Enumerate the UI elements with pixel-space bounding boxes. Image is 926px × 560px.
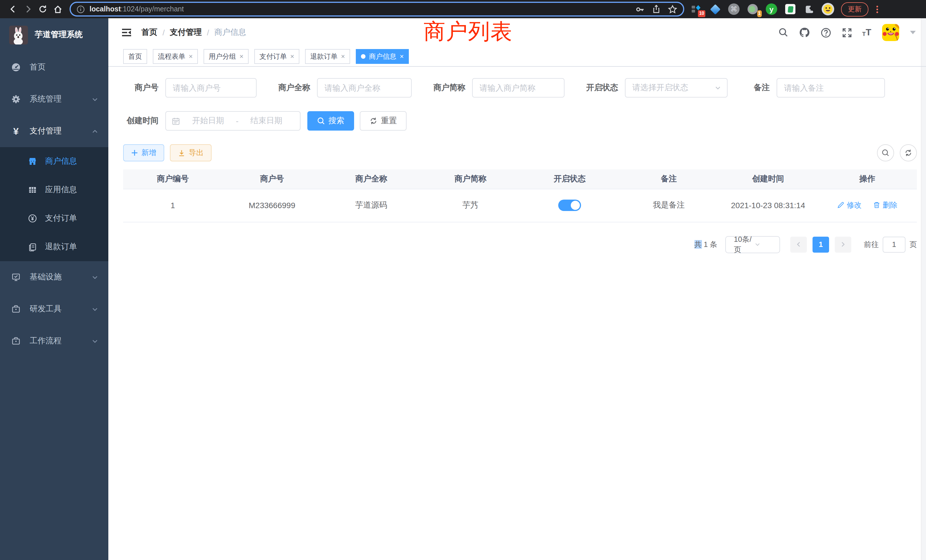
- extension-command-button[interactable]: ⌘: [728, 3, 740, 15]
- extension-notes-button[interactable]: [784, 3, 797, 15]
- chevron-down-icon: [92, 274, 98, 280]
- monitor-check-icon: [11, 272, 21, 282]
- bookmark-star-button[interactable]: [668, 4, 677, 14]
- chevron-down-icon: [92, 338, 98, 344]
- filter-row-1: 商户号 商户全称 商户简称 开启状态 请选择开启状态: [123, 78, 917, 97]
- cell-actions: 修改 删除: [818, 189, 917, 222]
- fullscreen-icon[interactable]: [841, 27, 852, 38]
- edit-link[interactable]: 修改: [837, 200, 862, 210]
- tab-user-group[interactable]: 用户分组×: [204, 49, 249, 64]
- font-size-icon[interactable]: TT: [862, 28, 871, 37]
- prev-page-button[interactable]: [790, 236, 807, 252]
- sidebar-logo[interactable]: 芋道管理系统: [0, 18, 108, 51]
- column-header: 商户号: [222, 170, 322, 189]
- field-label: 商户全称: [275, 83, 310, 93]
- table-row: 1 M233666999 芋道源码 芋艿 我是备注 2021-10-23 08:…: [123, 189, 917, 222]
- rabbit-logo-icon: [9, 26, 28, 44]
- next-page-button[interactable]: [835, 236, 851, 252]
- tab-process-form[interactable]: 流程表单×: [153, 49, 198, 64]
- browser-forward-button[interactable]: [21, 2, 35, 17]
- sidebar-item-home[interactable]: 首页: [0, 51, 108, 83]
- smiley-avatar-icon: [822, 3, 834, 15]
- trash-icon: [873, 201, 881, 209]
- breadcrumb: 首页 / 支付管理 / 商户信息: [141, 27, 246, 38]
- browser-back-button[interactable]: [6, 2, 21, 17]
- reset-button[interactable]: 重置: [360, 111, 407, 130]
- sidebar-item-payment[interactable]: ¥ 支付管理: [0, 115, 108, 147]
- tab-refund-orders[interactable]: 退款订单×: [305, 49, 350, 64]
- pagination-total: 共 1 条: [694, 239, 717, 250]
- browser-menu-button[interactable]: [873, 5, 881, 13]
- browser-reload-button[interactable]: [35, 2, 50, 17]
- page-scrollbar[interactable]: [921, 18, 926, 560]
- end-date-placeholder[interactable]: 结束日期: [239, 116, 294, 126]
- extension-gem-button[interactable]: [709, 3, 721, 15]
- extension-yudao-button[interactable]: y: [765, 3, 778, 15]
- url-path: :1024/pay/merchant: [121, 5, 184, 13]
- sidebar-collapse-button[interactable]: [121, 27, 132, 38]
- export-button[interactable]: 导出: [170, 144, 212, 161]
- browser-update-button[interactable]: 更新: [841, 2, 869, 16]
- search-icon: [882, 149, 890, 157]
- browser-profile-avatar[interactable]: [822, 3, 834, 15]
- header-search-button[interactable]: [778, 27, 789, 38]
- help-icon[interactable]: [820, 27, 831, 38]
- short-name-input[interactable]: [472, 78, 564, 97]
- start-date-placeholder[interactable]: 开始日期: [180, 116, 236, 126]
- sidebar-item-pay-orders[interactable]: 支付订单: [0, 204, 108, 233]
- column-header: 备注: [619, 170, 719, 189]
- app-title: 芋道管理系统: [35, 30, 83, 40]
- tab-home[interactable]: 首页: [123, 49, 147, 64]
- status-select[interactable]: 请选择开启状态: [625, 78, 728, 97]
- tab-pay-orders[interactable]: 支付订单×: [254, 49, 300, 64]
- sidebar: 芋道管理系统 首页 系统管理 ¥ 支付管理: [0, 18, 108, 560]
- sidebar-item-app-info[interactable]: 应用信息: [0, 176, 108, 204]
- close-icon[interactable]: ×: [189, 53, 193, 60]
- remark-input[interactable]: [776, 78, 885, 97]
- avatar-dropdown-caret[interactable]: [910, 31, 916, 34]
- table-tools: [877, 144, 917, 161]
- home-icon: [53, 4, 62, 14]
- merchant-table: 商户编号 商户号 商户全称 商户简称 开启状态 备注 创建时间 操作 1: [123, 170, 917, 222]
- page-number-1[interactable]: 1: [813, 236, 829, 252]
- date-range-picker[interactable]: 开始日期 - 结束日期: [165, 111, 301, 130]
- status-toggle[interactable]: [558, 200, 581, 211]
- sidebar-item-infrastructure[interactable]: 基础设施: [0, 261, 108, 293]
- close-icon[interactable]: ×: [290, 53, 294, 60]
- goto-page-input[interactable]: [883, 236, 905, 252]
- close-icon[interactable]: ×: [341, 53, 345, 60]
- share-button[interactable]: [652, 5, 661, 14]
- extension-blocks-button[interactable]: 10: [690, 3, 702, 15]
- extensions-menu-button[interactable]: [803, 3, 816, 15]
- sidebar-item-system[interactable]: 系统管理: [0, 83, 108, 115]
- page: localhost:1024/pay/merchant 10 ⌘ 1: [0, 0, 926, 560]
- cell-create-time: 2021-10-23 08:31:14: [719, 189, 818, 222]
- breadcrumb-home[interactable]: 首页: [141, 27, 157, 38]
- breadcrumb-section[interactable]: 支付管理: [170, 27, 202, 38]
- tab-merchant-info[interactable]: 商户信息×: [356, 49, 409, 64]
- sidebar-item-refund-orders[interactable]: 退款订单: [0, 233, 108, 261]
- browser-home-button[interactable]: [50, 2, 65, 17]
- sidebar-item-dev-tools[interactable]: 研发工具: [0, 293, 108, 325]
- refresh-table-button[interactable]: [900, 144, 917, 161]
- toggle-search-button[interactable]: [877, 144, 894, 161]
- password-key-button[interactable]: [635, 4, 645, 14]
- search-button[interactable]: 搜索: [307, 111, 354, 130]
- refresh-icon: [369, 117, 377, 125]
- page-size-select[interactable]: 10条/页: [725, 236, 780, 253]
- full-name-input[interactable]: [317, 78, 412, 97]
- sidebar-item-merchant-info[interactable]: 商户信息: [0, 147, 108, 176]
- user-avatar[interactable]: [882, 24, 899, 41]
- extension-recorder-button[interactable]: 1: [746, 3, 759, 15]
- filter-short-name: 商户简称: [430, 78, 564, 97]
- address-bar[interactable]: localhost:1024/pay/merchant: [70, 2, 684, 17]
- close-icon[interactable]: ×: [400, 53, 404, 60]
- github-icon[interactable]: [799, 27, 810, 38]
- delete-link[interactable]: 删除: [873, 200, 897, 210]
- add-button[interactable]: 新增: [123, 144, 164, 161]
- store-icon: [28, 157, 37, 166]
- merchant-no-input[interactable]: [165, 78, 257, 97]
- close-icon[interactable]: ×: [239, 53, 244, 60]
- note-icon: [785, 4, 796, 14]
- sidebar-item-workflow[interactable]: 工作流程: [0, 325, 108, 357]
